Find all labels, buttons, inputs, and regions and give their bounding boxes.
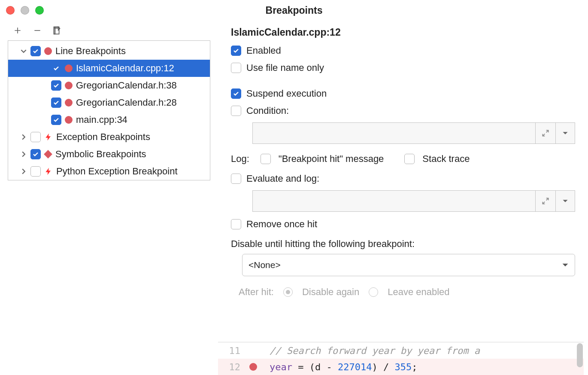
code-line-12: 12 year = (d - 227014) / 355; [218,359,584,375]
breakpoint-checkbox[interactable] [51,80,61,91]
breakpoint-dot-icon [44,47,52,55]
log-hit-message-checkbox[interactable] [261,154,271,164]
condition-label: Condition: [246,105,289,116]
code-line-11: 11 // Search forward year by year from a [218,342,584,359]
tree-item-gregorian-h-28[interactable]: GregorianCalendar.h:28 [8,94,210,111]
disable-until-label: Disable until hitting the following brea… [231,238,584,250]
breakpoint-title: IslamicCalendar.cpp:12 [231,27,584,38]
after-hit-disable-again-radio[interactable] [283,287,293,297]
breakpoint-label: IslamicCalendar.cpp:12 [76,63,174,74]
disable-until-dropdown[interactable]: <None> [242,254,575,276]
breakpoint-details-panel: IslamicCalendar.cpp:12 Enabled Use file … [218,21,588,375]
evaluate-log-label: Evaluate and log: [246,173,319,184]
code-preview: 11 // Search forward year by year from a… [218,342,584,375]
window-zoom-button[interactable] [35,6,44,15]
after-hit-row: After hit: Disable again Leave enabled [239,287,584,298]
log-stack-trace-checkbox[interactable] [404,154,415,164]
breakpoint-label: GregorianCalendar.h:38 [76,80,177,91]
expand-icon[interactable] [536,190,555,212]
bolt-icon [44,133,53,141]
sidebar-toolbar [0,26,218,40]
breakpoint-checkbox[interactable] [51,98,61,108]
after-hit-option-label: Leave enabled [388,287,449,298]
suspend-label: Suspend execution [246,88,327,99]
breakpoints-tree[interactable]: Line Breakpoints IslamicCalendar.cpp:12 … [8,40,210,180]
remove-once-hit-label: Remove once hit [246,219,317,230]
remove-once-hit-checkbox[interactable] [231,219,241,229]
suspend-checkbox[interactable] [231,88,241,99]
tree-group-exception-breakpoints[interactable]: Exception Breakpoints [8,128,210,146]
add-breakpoint-button[interactable] [13,26,22,35]
line-number: 12 [218,362,245,372]
group-checkbox[interactable] [30,166,41,177]
enabled-label: Enabled [246,45,281,56]
log-hit-message-label: "Breakpoint hit" message [279,153,384,165]
file-name-only-checkbox[interactable] [231,63,241,73]
group-by-button[interactable] [52,26,62,35]
tree-item-gregorian-h-38[interactable]: GregorianCalendar.h:38 [8,77,210,94]
line-number: 11 [218,345,245,356]
group-checkbox[interactable] [30,46,41,56]
condition-history-dropdown[interactable] [555,122,575,144]
group-checkbox[interactable] [30,132,41,142]
breakpoints-sidebar: Line Breakpoints IslamicCalendar.cpp:12 … [0,21,218,375]
tree-item-main-cpp-34[interactable]: main.cpp:34 [8,111,210,128]
bolt-icon [44,167,53,176]
tree-group-line-breakpoints[interactable]: Line Breakpoints [8,43,210,60]
evaluate-log-input[interactable] [252,190,536,212]
code-text: year = (d - 227014) / 355; [262,362,584,372]
chevron-right-icon[interactable] [20,168,27,174]
expand-icon[interactable] [536,122,555,144]
chevron-down-icon[interactable] [20,48,27,54]
breakpoint-dot-icon [65,116,73,124]
group-label: Symbolic Breakpoints [55,149,146,160]
after-hit-option-label: Disable again [302,287,359,298]
traffic-lights [6,0,44,21]
condition-checkbox[interactable] [231,106,241,116]
after-hit-label: After hit: [239,287,274,298]
chevron-down-icon [562,262,569,268]
file-name-only-label: Use file name only [246,62,324,73]
tree-item-islamic-calendar[interactable]: IslamicCalendar.cpp:12 [8,60,210,77]
breakpoint-dot-icon [65,99,73,107]
enabled-checkbox[interactable] [231,46,241,56]
breakpoint-label: GregorianCalendar.h:28 [76,97,177,108]
breakpoint-dot-icon [65,64,73,72]
evaluate-log-checkbox[interactable] [231,174,241,184]
group-checkbox[interactable] [30,149,41,159]
chevron-right-icon[interactable] [20,134,27,140]
gutter-breakpoint-icon[interactable] [245,363,262,371]
window-minimize-button[interactable] [21,6,29,15]
tree-group-symbolic-breakpoints[interactable]: Symbolic Breakpoints [8,146,210,163]
log-stack-trace-label: Stack trace [422,153,470,165]
diamond-icon [44,150,52,159]
condition-input[interactable] [252,122,536,144]
group-label: Python Exception Breakpoint [56,166,178,177]
disable-until-value: <None> [249,260,281,270]
titlebar: Breakpoints [0,0,588,21]
chevron-right-icon[interactable] [20,151,27,157]
log-label: Log: [231,153,249,165]
breakpoint-checkbox[interactable] [51,115,61,125]
scrollbar-thumb[interactable] [577,343,583,367]
remove-breakpoint-button[interactable] [33,26,42,35]
breakpoint-checkbox[interactable] [51,63,61,73]
window-close-button[interactable] [6,6,15,15]
breakpoint-label: main.cpp:34 [76,114,127,125]
evaluate-log-history-dropdown[interactable] [555,190,575,212]
after-hit-leave-enabled-radio[interactable] [369,287,378,297]
window-title: Breakpoints [266,5,323,16]
code-text: // Search forward year by year from a [262,345,584,356]
group-label: Exception Breakpoints [56,131,150,143]
breakpoint-dot-icon [65,82,73,89]
group-label: Line Breakpoints [55,46,126,57]
tree-group-python-exception-breakpoint[interactable]: Python Exception Breakpoint [8,163,210,180]
